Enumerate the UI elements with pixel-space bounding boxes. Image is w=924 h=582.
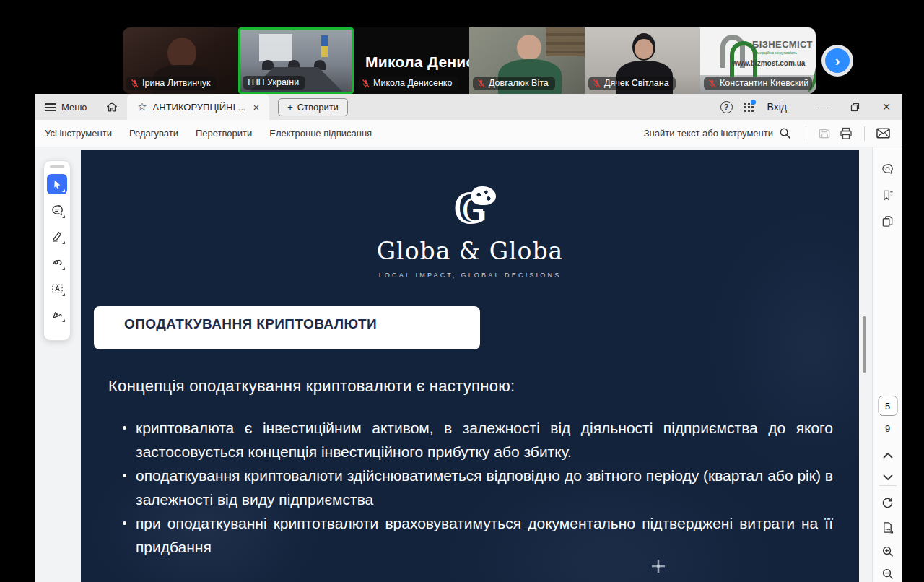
draw-tool-button[interactable] [47, 252, 67, 272]
screen: Ірина Литвинчук ТПП України Микола Денис… [0, 0, 924, 582]
zoom-out-icon [881, 568, 894, 580]
home-button[interactable] [97, 94, 127, 120]
mic-muted-icon [707, 79, 717, 88]
participant-tile[interactable]: Довгалюк Віта [469, 27, 585, 94]
esign-menu[interactable]: Електронне підписання [261, 120, 380, 147]
participant-name: ТПП України [246, 77, 299, 87]
menu-button[interactable]: Меню [35, 94, 97, 120]
tab-title: АНТИКОРУПЦІЙНІ ... [153, 102, 246, 113]
previous-page-button[interactable] [878, 445, 898, 465]
ukraine-flag [321, 35, 328, 57]
bizmost-subtitle: комерційна нерухомість [753, 51, 797, 55]
mail-icon [876, 128, 890, 139]
plus-icon: + [287, 102, 293, 113]
minimize-icon: — [818, 101, 828, 113]
help-button[interactable]: ? [720, 101, 733, 113]
pages-panel-button[interactable] [878, 211, 898, 231]
select-text-tool-button[interactable] [47, 278, 67, 298]
page-options-icon [881, 521, 894, 534]
fill-sign-tool-button[interactable] [47, 304, 67, 324]
zoom-in-button[interactable] [878, 541, 898, 561]
next-page-button[interactable] [878, 467, 898, 487]
dropdown-corner [62, 319, 65, 322]
globa-logo-mark: G G [453, 188, 487, 233]
share-mail-button[interactable] [872, 123, 894, 144]
mic-muted-icon [476, 79, 486, 88]
save-icon [819, 127, 831, 139]
select-tool-button[interactable] [47, 174, 67, 194]
print-button[interactable] [835, 123, 857, 144]
create-button[interactable]: + Створити [278, 98, 348, 116]
right-side-panel: 5 9 [872, 147, 902, 582]
brand-tagline: LOCAL IMPACT, GLOBAL DECISIONS [379, 272, 562, 279]
all-tools-menu[interactable]: Усі інструменти [36, 120, 121, 147]
home-icon [105, 100, 118, 113]
help-icon: ? [724, 103, 729, 111]
dropdown-corner [62, 267, 65, 270]
participant-name-badge: Довгалюк Віта [473, 77, 555, 90]
edit-menu[interactable]: Редагувати [121, 120, 187, 147]
highlight-tool-button[interactable] [47, 226, 67, 246]
mic-muted-icon [361, 79, 370, 88]
participant-tile[interactable]: Дячек Світлана [585, 27, 700, 94]
dropdown-corner [62, 241, 65, 244]
divider [806, 126, 806, 141]
zoom-out-button[interactable] [878, 563, 898, 582]
page-number-input[interactable]: 5 [878, 396, 897, 416]
participant-tile[interactable]: БІЗНЕСМІСТ комерційна нерухомість www.bi… [700, 27, 816, 94]
comment-icon [51, 204, 64, 217]
comment-tool-button[interactable] [47, 200, 67, 220]
convert-menu[interactable]: Перетворити [187, 120, 261, 147]
participant-name: Константин Киевский [720, 78, 808, 88]
participant-name-badge: Дячек Світлана [588, 77, 676, 90]
restore-button[interactable] [839, 94, 871, 120]
page-view-options-button[interactable] [878, 517, 898, 537]
seated-person [262, 60, 274, 70]
bullet-item: оподаткування криптовалюти здійснюватиме… [121, 464, 833, 511]
zoom-in-icon [881, 545, 894, 557]
tab-close-icon[interactable]: × [251, 101, 261, 113]
participant-tile[interactable]: Ірина Литвинчук [123, 27, 238, 94]
participant-tile[interactable]: Микола Денис... Микола Денисенко [354, 27, 469, 94]
comments-panel-button[interactable] [878, 159, 898, 179]
next-participants-button[interactable]: › [825, 48, 850, 73]
close-button[interactable]: × [871, 94, 902, 120]
participant-name: Довгалюк Віта [489, 78, 549, 88]
minimize-button[interactable]: — [807, 94, 839, 120]
save-button[interactable] [814, 123, 835, 144]
text-select-box-icon [51, 282, 64, 295]
draw-squiggle-icon [51, 256, 64, 269]
bizmost-title: БІЗНЕСМІСТ [752, 39, 813, 50]
sign-in-button[interactable]: Вхід [767, 101, 787, 113]
quick-tools-palette [43, 160, 71, 341]
notification-dot [751, 100, 756, 105]
apps-grid-button[interactable] [744, 102, 754, 112]
rotate-page-button[interactable] [878, 492, 898, 513]
bizmost-url: www.bizmost.com.ua [732, 59, 805, 67]
crosshair-cursor [651, 559, 666, 573]
window-tab-bar: Меню ☆ АНТИКОРУПЦІЙНІ ... × + Створити ? [35, 94, 902, 120]
star-icon[interactable]: ☆ [137, 100, 147, 113]
dropdown-corner [62, 189, 65, 192]
highlighter-icon [51, 230, 64, 243]
participant-name-badge: Микола Денисенко [357, 77, 458, 90]
participant-name: Дячек Світлана [604, 78, 669, 88]
vertical-scrollbar-thumb[interactable] [863, 316, 866, 373]
copy-pages-icon [881, 215, 894, 227]
refresh-icon [881, 497, 894, 509]
meeting-video-strip: Ірина Литвинчук ТПП України Микола Денис… [123, 27, 816, 94]
mic-muted-icon [130, 79, 139, 88]
print-icon [840, 127, 853, 140]
chevron-right-icon: › [835, 53, 840, 69]
acrobat-window: Меню ☆ АНТИКОРУПЦІЙНІ ... × + Створити ? [35, 94, 902, 582]
titlebar-right: ? Вхід — × [720, 94, 902, 120]
document-tab[interactable]: ☆ АНТИКОРУПЦІЙНІ ... × [127, 94, 269, 120]
find-text-button[interactable]: Знайти текст або інструменти [644, 127, 791, 139]
slide-title: ОПОДАТКУВАННЯ КРИПТОВАЛЮТИ [124, 316, 377, 332]
pdf-page[interactable]: G G Globa & Globa LOCAL IMPACT, GLOBAL D… [81, 150, 859, 582]
bullet-item: при оподаткуванні криптотвалюти враховув… [121, 511, 833, 559]
bookmarks-panel-button[interactable] [878, 185, 898, 205]
palette-drag-handle[interactable] [50, 165, 64, 168]
participant-tile-active-speaker[interactable]: ТПП України [238, 27, 354, 94]
participant-name: Ірина Литвинчук [142, 78, 210, 88]
